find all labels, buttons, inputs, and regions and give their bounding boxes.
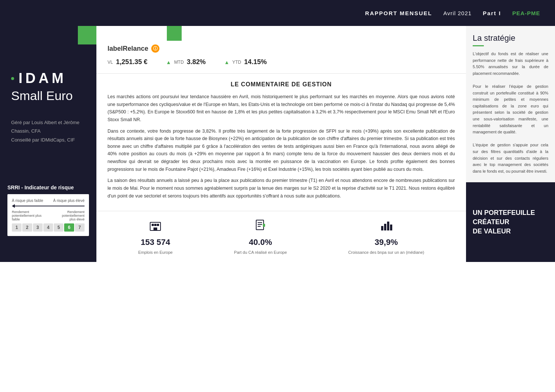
svg-rect-1 bbox=[152, 224, 154, 226]
manager-line1: Géré par Louis Albert et Jérôme bbox=[11, 118, 85, 127]
strategie-p1: L'objectif du fonds est de réaliser une … bbox=[473, 51, 548, 77]
svg-rect-3 bbox=[154, 224, 156, 226]
commentary-title: LE COMMENTAIRE DE GESTION bbox=[108, 81, 455, 88]
stat-emplois: 153 574 Emplois en Europe bbox=[138, 219, 173, 255]
label-relance-text: labelRelance bbox=[108, 45, 148, 53]
risk-num-3: 3 bbox=[33, 223, 43, 232]
bnpa-label: Croissance des bnpa sur un an (médiane) bbox=[348, 250, 424, 255]
strategie-text: L'objectif du fonds est de réaliser une … bbox=[473, 51, 548, 175]
advisor-line: Conseillé par IDMidCaps, CIF bbox=[11, 136, 85, 144]
right-sidebar: La stratégie L'objectif du fonds est de … bbox=[466, 26, 555, 262]
fund-name: Small Euro bbox=[11, 88, 85, 103]
commentary-text: Les marchés actions ont poursuivi leur t… bbox=[108, 93, 455, 200]
risk-arrow-row bbox=[12, 204, 85, 208]
strategie-p2: Pour le réaliser l'équipe de gestion con… bbox=[473, 83, 548, 136]
portefeuille-text: UN PORTEFEUILLE CRÉATEUR DE VALEUR bbox=[473, 208, 548, 236]
center-content: labelRelance ⓘ VL 1,251.35 € ▲ MTD bbox=[96, 26, 466, 262]
risk-high-label: À risque plus élevé bbox=[53, 199, 85, 203]
center-green-block bbox=[167, 26, 182, 41]
risk-num-2: 2 bbox=[22, 223, 32, 232]
ca-label: Part du CA réalisé en Europe bbox=[234, 250, 287, 255]
risk-low-label: À risque plus faible bbox=[12, 199, 43, 203]
return-low-label: Rendement potentiellement plus faible bbox=[12, 210, 47, 221]
header-content: RAPPORT MENSUEL Avril 2021 Part I PEA-PM… bbox=[365, 10, 540, 16]
emplois-icon bbox=[149, 219, 162, 235]
emplois-label: Emplois en Europe bbox=[138, 250, 173, 255]
ca-icon bbox=[254, 219, 267, 235]
label-relance-row: labelRelance ⓘ bbox=[108, 44, 455, 53]
mtd-value: 3.82% bbox=[187, 58, 206, 66]
mtd-arrow: ▲ bbox=[166, 59, 171, 65]
bottom-stats: 153 574 Emplois en Europe bbox=[96, 211, 466, 262]
center-top: labelRelance ⓘ VL 1,251.35 € ▲ MTD bbox=[96, 37, 466, 74]
risk-scale-container: À risque plus faible À risque plus élevé… bbox=[7, 194, 89, 236]
sidebar-header bbox=[0, 26, 96, 48]
stat-ca: 40.0% Part du CA réalisé en Europe bbox=[234, 219, 287, 255]
strategie-section: La stratégie L'objectif du fonds est de … bbox=[466, 26, 555, 182]
commentary-section: LE COMMENTAIRE DE GESTION Les marchés ac… bbox=[96, 74, 466, 211]
svg-rect-6 bbox=[258, 222, 262, 223]
sidebar-logo-area: IDAM Small Euro bbox=[0, 48, 96, 111]
risk-arrow-line bbox=[15, 206, 85, 206]
vl-metric: VL 1,251.35 € bbox=[108, 58, 166, 66]
stat-bnpa: 39,9% Croissance des bnpa sur un an (méd… bbox=[348, 219, 424, 255]
ytd-label: YTD bbox=[232, 60, 241, 65]
part-label: Part I bbox=[483, 10, 501, 16]
commentary-p3: La saison des résultats annuels a laissé… bbox=[108, 177, 455, 200]
risk-arrow-left bbox=[12, 204, 15, 208]
commentary-p2: Dans ce contexte, votre fonds progresse … bbox=[108, 127, 455, 173]
svg-rect-8 bbox=[258, 226, 261, 227]
svg-rect-10 bbox=[381, 226, 383, 230]
bnpa-value: 39,9% bbox=[375, 237, 398, 247]
svg-rect-11 bbox=[384, 224, 386, 230]
pea-label: PEA-PME bbox=[512, 10, 540, 16]
vl-label: VL bbox=[108, 60, 113, 65]
sidebar-bottom bbox=[0, 243, 96, 262]
ytd-metric: ▲ YTD 14.15% bbox=[224, 58, 285, 66]
risk-labels-row: Rendement potentiellement plus faible Re… bbox=[12, 210, 85, 221]
mtd-label: MTD bbox=[174, 60, 184, 65]
risk-num-4: 4 bbox=[43, 223, 53, 232]
top-header: RAPPORT MENSUEL Avril 2021 Part I PEA-PM… bbox=[0, 0, 555, 26]
ytd-value: 14.15% bbox=[244, 58, 267, 66]
risk-num-5: 5 bbox=[54, 223, 63, 232]
strategie-underline bbox=[473, 45, 484, 46]
left-sidebar: IDAM Small Euro Géré par Louis Albert et… bbox=[0, 26, 96, 262]
svg-rect-13 bbox=[390, 225, 392, 230]
svg-rect-2 bbox=[157, 224, 159, 226]
risk-numbers: 1 2 3 4 5 6 7 bbox=[12, 223, 85, 232]
page-wrapper: RAPPORT MENSUEL Avril 2021 Part I PEA-PM… bbox=[0, 0, 555, 262]
svg-rect-9 bbox=[263, 224, 265, 227]
relance-icon: ⓘ bbox=[151, 44, 159, 53]
srri-section: SRRI - Indicateur de risque À risque plu… bbox=[0, 177, 96, 243]
center-top-area: labelRelance ⓘ VL 1,251.35 € ▲ MTD bbox=[96, 26, 466, 74]
svg-rect-4 bbox=[153, 227, 157, 230]
sidebar-spacer bbox=[0, 152, 96, 177]
risk-num-1: 1 bbox=[12, 223, 22, 232]
risk-num-7: 7 bbox=[75, 223, 85, 232]
date-label: Avril 2021 bbox=[443, 10, 472, 16]
manager-info: Géré par Louis Albert et Jérôme Chassin,… bbox=[0, 111, 96, 152]
sidebar-green-square bbox=[78, 26, 96, 44]
commentary-p1: Les marchés actions ont poursuivi leur t… bbox=[108, 93, 455, 124]
rapport-label: RAPPORT MENSUEL bbox=[365, 10, 432, 16]
idam-title: IDAM bbox=[11, 70, 85, 86]
strategie-title: La stratégie bbox=[473, 33, 548, 43]
strategie-p3: L'équipe de gestion s'appuie pour cela s… bbox=[473, 142, 548, 175]
manager-line2: Chassin, CFA bbox=[11, 127, 85, 135]
mtd-metric: ▲ MTD 3.82% bbox=[166, 58, 224, 66]
risk-num-6-active: 6 bbox=[64, 223, 74, 232]
ca-value: 40.0% bbox=[249, 237, 272, 247]
vl-value: 1,251.35 € bbox=[116, 58, 148, 66]
metrics-row: VL 1,251.35 € ▲ MTD 3.82% ▲ YTD 14.15% bbox=[108, 58, 455, 66]
idam-dot bbox=[11, 77, 14, 80]
risk-scale-header: À risque plus faible À risque plus élevé bbox=[12, 199, 85, 203]
bnpa-icon bbox=[380, 219, 393, 235]
content-row: IDAM Small Euro Géré par Louis Albert et… bbox=[0, 26, 555, 262]
portefeuille-section: UN PORTEFEUILLE CRÉATEUR DE VALEUR bbox=[466, 182, 555, 262]
srri-title: SRRI - Indicateur de risque bbox=[7, 185, 89, 190]
ytd-arrow: ▲ bbox=[224, 59, 229, 65]
return-high-label: Rendement potentiellement plus élevé bbox=[47, 210, 85, 221]
svg-rect-7 bbox=[258, 224, 262, 225]
svg-rect-12 bbox=[387, 222, 389, 230]
